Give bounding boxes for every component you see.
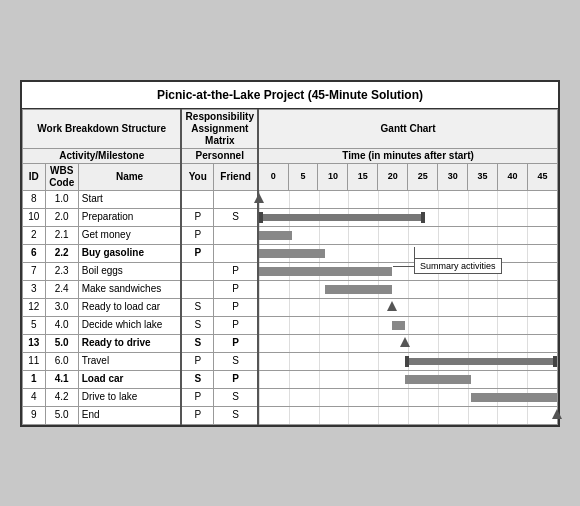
time-header: Time (in minutes after start) (258, 148, 557, 163)
cell-id: 7 (23, 262, 46, 280)
cell-id: 6 (23, 244, 46, 262)
cell-you: S (181, 370, 213, 388)
time-20: 20 (378, 163, 408, 190)
gantt-bar-cell (258, 388, 557, 406)
col-you-header: You (181, 163, 213, 190)
gantt-bar (259, 231, 292, 240)
gantt-bar-cell (258, 406, 557, 424)
gantt-bar (471, 393, 557, 402)
milestone-triangle (387, 301, 397, 311)
time-15: 15 (348, 163, 378, 190)
time-40: 40 (498, 163, 528, 190)
cell-wbs: 2.2 (45, 244, 78, 262)
cell-id: 9 (23, 406, 46, 424)
cell-id: 2 (23, 226, 46, 244)
gantt-bar (259, 249, 325, 258)
table-row: 123.0Ready to load carSP (23, 298, 558, 316)
gantt-header: Gantt Chart (258, 109, 557, 148)
table-row: 14.1Load carSP (23, 370, 558, 388)
cell-wbs: 2.1 (45, 226, 78, 244)
table-row: 116.0TravelPS (23, 352, 558, 370)
cell-name: Preparation (78, 208, 181, 226)
time-5: 5 (288, 163, 318, 190)
gantt-bar (405, 375, 471, 384)
ram-header: ResponsibilityAssignmentMatrix (181, 109, 258, 148)
col-friend-header: Friend (214, 163, 259, 190)
cell-name: Drive to lake (78, 388, 181, 406)
gantt-bar (392, 321, 405, 330)
table-row: 95.0EndPS (23, 406, 558, 424)
project-table-container: Picnic-at-the-Lake Project (45-Minute So… (20, 80, 560, 427)
time-45: 45 (527, 163, 557, 190)
gantt-bar-cell (258, 190, 557, 208)
cell-you: P (181, 244, 213, 262)
table-row: 54.0Decide which lakeSP (23, 316, 558, 334)
cell-friend: S (214, 208, 259, 226)
cell-wbs: 2.4 (45, 280, 78, 298)
gantt-bar-cell (258, 226, 557, 244)
cell-wbs: 5.0 (45, 334, 78, 352)
cell-name: Make sandwiches (78, 280, 181, 298)
cell-name: Get money (78, 226, 181, 244)
cell-id: 3 (23, 280, 46, 298)
gantt-bar-cell (258, 352, 557, 370)
cell-name: Ready to load car (78, 298, 181, 316)
cell-wbs: 6.0 (45, 352, 78, 370)
cell-id: 5 (23, 316, 46, 334)
table-row: 32.4Make sandwichesP (23, 280, 558, 298)
table-row: 72.3Boil eggsPSummary activities (23, 262, 558, 280)
gantt-bar (259, 214, 424, 221)
milestone-triangle (552, 409, 562, 419)
project-title: Picnic-at-the-Lake Project (45-Minute So… (22, 82, 558, 109)
cell-friend: S (214, 352, 259, 370)
cell-you: P (181, 406, 213, 424)
cell-wbs: 5.0 (45, 406, 78, 424)
cell-you (181, 262, 213, 280)
cell-friend: P (214, 370, 259, 388)
cell-you: S (181, 334, 213, 352)
gantt-bar-cell (258, 370, 557, 388)
gantt-bar (405, 358, 557, 365)
cell-wbs: 4.0 (45, 316, 78, 334)
cell-wbs: 2.0 (45, 208, 78, 226)
summary-activities-label: Summary activities (414, 258, 502, 275)
time-0: 0 (258, 163, 288, 190)
cell-friend: S (214, 406, 259, 424)
cell-wbs: 3.0 (45, 298, 78, 316)
cell-you (181, 190, 213, 208)
time-35: 35 (468, 163, 498, 190)
cell-you (181, 280, 213, 298)
cell-wbs: 4.1 (45, 370, 78, 388)
cell-id: 13 (23, 334, 46, 352)
time-10: 10 (318, 163, 348, 190)
cell-you: P (181, 388, 213, 406)
gantt-bar (259, 267, 391, 276)
cell-id: 12 (23, 298, 46, 316)
personnel-header: Personnel (181, 148, 258, 163)
time-30: 30 (438, 163, 468, 190)
milestone-triangle (400, 337, 410, 347)
cell-id: 10 (23, 208, 46, 226)
cell-friend (214, 244, 259, 262)
cell-id: 1 (23, 370, 46, 388)
table-row: 22.1Get moneyP (23, 226, 558, 244)
activity-header: Activity/Milestone (23, 148, 182, 163)
cell-name: Travel (78, 352, 181, 370)
milestone-triangle (254, 193, 264, 203)
cell-name: Start (78, 190, 181, 208)
gantt-bar-cell (258, 334, 557, 352)
gantt-bar-cell (258, 244, 557, 262)
cell-friend: P (214, 280, 259, 298)
cell-name: Ready to drive (78, 334, 181, 352)
col-name-header: Name (78, 163, 181, 190)
gantt-bar (325, 285, 391, 294)
cell-you: S (181, 298, 213, 316)
cell-friend: S (214, 388, 259, 406)
wbs-header: Work Breakdown Structure (23, 109, 182, 148)
cell-you: P (181, 208, 213, 226)
gantt-bar-cell (258, 316, 557, 334)
main-table: Work Breakdown Structure ResponsibilityA… (22, 109, 558, 425)
cell-id: 4 (23, 388, 46, 406)
table-row: 102.0PreparationPS (23, 208, 558, 226)
col-id-header: ID (23, 163, 46, 190)
